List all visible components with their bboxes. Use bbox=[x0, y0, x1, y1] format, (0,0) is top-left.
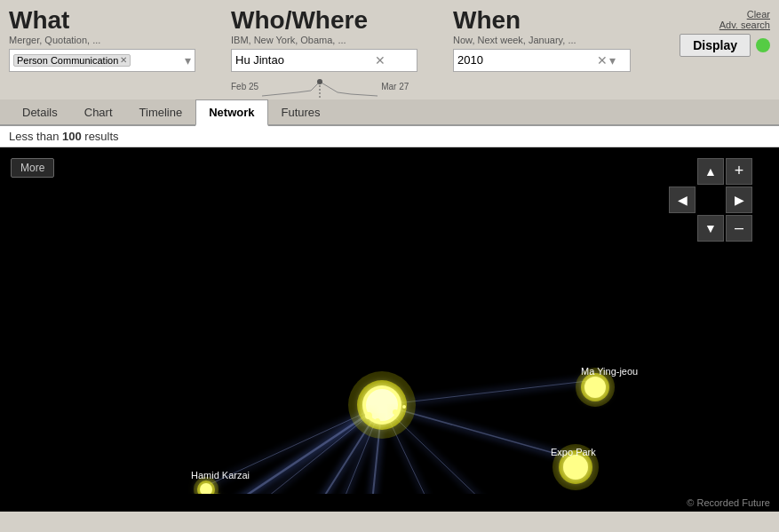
tabs-bar: Details Chart Timeline Network Futures bbox=[0, 99, 779, 126]
adv-search-link[interactable]: Adv. search bbox=[719, 20, 770, 30]
results-count: 100 bbox=[62, 130, 82, 143]
timeline-to: Mar 27 bbox=[381, 82, 409, 91]
display-row: Display bbox=[680, 34, 770, 57]
when-input[interactable] bbox=[457, 53, 595, 67]
nav-center bbox=[697, 187, 724, 213]
nav-left-button[interactable]: ◀ bbox=[669, 187, 696, 213]
svg-point-27 bbox=[375, 418, 380, 424]
who-clear-icon[interactable]: ✕ bbox=[375, 53, 386, 67]
more-button[interactable]: More bbox=[11, 158, 54, 178]
network-svg: Ma Ying-jeou Expo Park Vladimir Putin Lu… bbox=[0, 147, 779, 494]
tab-futures[interactable]: Futures bbox=[268, 99, 334, 126]
results-suffix: results bbox=[82, 130, 119, 143]
svg-point-29 bbox=[402, 405, 406, 409]
nav-up-button[interactable]: ▲ bbox=[697, 158, 724, 185]
what-title: What bbox=[9, 7, 213, 35]
nav-empty-tl bbox=[669, 158, 696, 185]
footer-text: © Recorded Future bbox=[687, 497, 770, 508]
footer: © Recorded Future bbox=[0, 494, 779, 512]
tab-timeline[interactable]: Timeline bbox=[126, 99, 196, 126]
who-timeline-row: Feb 25 Mar 27 bbox=[231, 75, 435, 99]
mini-chart bbox=[262, 75, 378, 99]
what-section: What Merger, Quotation, ... Person Commu… bbox=[9, 7, 213, 72]
who-search-box[interactable]: ✕ bbox=[231, 49, 417, 72]
when-search-box[interactable]: ✕ ▾ bbox=[453, 49, 631, 72]
what-tag-close[interactable]: ✕ bbox=[120, 55, 127, 65]
network-area: More ▲ + ◀ ▶ ▼ – bbox=[0, 147, 779, 494]
display-button[interactable]: Display bbox=[680, 34, 751, 57]
when-subtitle: Now, Next week, January, ... bbox=[453, 35, 644, 45]
zoom-in-button[interactable]: + bbox=[726, 158, 752, 185]
what-clear-icon[interactable]: ▾ bbox=[185, 53, 191, 67]
when-clear-icon[interactable]: ✕ bbox=[597, 53, 608, 67]
svg-point-36 bbox=[563, 455, 588, 480]
clear-link[interactable]: Clear bbox=[747, 9, 770, 20]
nav-arrows: ▲ + ◀ ▶ ▼ – bbox=[669, 158, 752, 242]
svg-point-26 bbox=[365, 412, 372, 419]
results-bar: Less than 100 results bbox=[0, 126, 779, 147]
svg-point-32 bbox=[584, 377, 606, 398]
svg-text:Ma Ying-jeou: Ma Ying-jeou bbox=[581, 366, 638, 377]
controls-section: Clear Adv. search Display bbox=[680, 7, 770, 57]
nav-right-button[interactable]: ▶ bbox=[726, 187, 752, 213]
nav-empty-bl bbox=[669, 215, 696, 242]
svg-point-28 bbox=[393, 409, 398, 415]
who-input[interactable] bbox=[235, 53, 373, 67]
what-search-box[interactable]: Person Communication ✕ ▾ bbox=[9, 49, 195, 72]
svg-text:Expo Park: Expo Park bbox=[551, 447, 596, 457]
who-section: Who/Where IBM, New York, Obama, ... ✕ Fe… bbox=[231, 7, 435, 99]
what-subtitle: Merger, Quotation, ... bbox=[9, 35, 213, 45]
tab-network[interactable]: Network bbox=[195, 99, 267, 126]
who-title: Who/Where bbox=[231, 7, 435, 35]
when-section: When Now, Next week, January, ... ✕ ▾ bbox=[453, 7, 644, 72]
results-prefix: Less than bbox=[9, 130, 62, 143]
zoom-out-button[interactable]: – bbox=[726, 215, 752, 242]
status-dot bbox=[756, 38, 770, 52]
nav-down-button[interactable]: ▼ bbox=[697, 215, 724, 242]
tab-details[interactable]: Details bbox=[9, 99, 71, 126]
svg-text:Hamid Karzai: Hamid Karzai bbox=[191, 470, 250, 480]
who-subtitle: IBM, New York, Obama, ... bbox=[231, 35, 435, 45]
when-dropdown-icon[interactable]: ▾ bbox=[609, 53, 616, 67]
timeline-from: Feb 25 bbox=[231, 82, 258, 91]
when-title: When bbox=[453, 7, 644, 35]
tab-chart[interactable]: Chart bbox=[71, 99, 126, 126]
what-tag: Person Communication ✕ bbox=[13, 54, 131, 67]
